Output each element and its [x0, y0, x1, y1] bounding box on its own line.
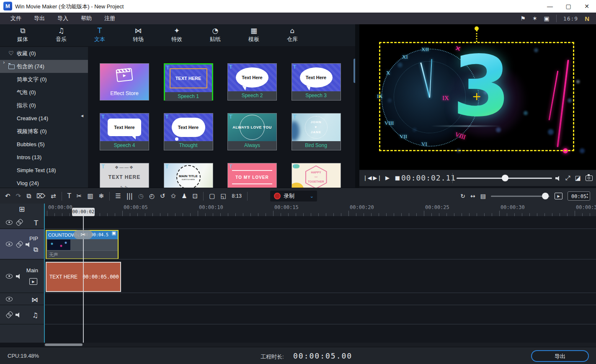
tab-effects[interactable]: ✦特效 — [157, 24, 196, 46]
rotate-handle[interactable] — [475, 26, 479, 31]
freeze-frame-button[interactable]: ❄ — [99, 193, 104, 199]
track-lane-main[interactable] — [45, 260, 596, 293]
tab-music[interactable]: ♫音乐 — [42, 24, 80, 46]
split-button[interactable]: ✂ — [77, 193, 82, 199]
speed-button[interactable]: ◴ — [149, 193, 155, 199]
sidebar-item-9[interactable]: Intros (13) — [0, 151, 88, 164]
motion-track-button[interactable]: ♟ — [181, 193, 187, 199]
eye-toggle-icon[interactable] — [6, 220, 13, 225]
undo-button[interactable]: ↶ — [5, 193, 10, 199]
mute-icon[interactable] — [555, 176, 561, 181]
link-toggle-icon[interactable] — [5, 311, 12, 318]
menu-item-2[interactable]: 导出 — [28, 13, 51, 24]
sidebar-item-3[interactable]: 简单文字 (0) — [0, 73, 88, 86]
tab-text[interactable]: T文本 — [80, 24, 119, 46]
spinner-arrows-icon[interactable]: ▲▼ — [586, 192, 588, 199]
zoom-in-film-icon[interactable] — [555, 193, 562, 199]
aspect-ratio-indicator[interactable]: 16:9 — [563, 15, 578, 22]
sidebar-item-7[interactable]: 视频博客 (0) — [0, 125, 88, 138]
template-card-speech-2[interactable]: Text HereTSpeech 2 — [227, 63, 277, 101]
speaker-toggle-icon[interactable] — [26, 242, 31, 247]
export-button[interactable]: 导出 — [531, 350, 589, 362]
link-toggle-icon[interactable] — [15, 240, 22, 247]
menu-item-4[interactable]: 帮助 — [75, 13, 98, 24]
track-header-pip[interactable]: PIP⧉ — [0, 229, 44, 260]
sidebar-item-4[interactable]: 气泡 (0) — [0, 86, 88, 99]
sidebar-item-11[interactable]: Vlog (24) — [0, 177, 88, 188]
replace-button[interactable]: ⇄ — [51, 193, 56, 199]
sidebar-item-8[interactable]: Bubbles (5) — [0, 138, 88, 151]
template-card-ornate[interactable]: ❖——❖TEXT HERE∿∿T — [100, 163, 149, 188]
sidebar-item-10[interactable]: Simple Text (18) — [0, 164, 88, 177]
preview-viewport[interactable]: XIIXIXIXVIIIVIIVIIXVIII 3 ✕ + — [359, 24, 596, 170]
timeline-zoom-slider[interactable] — [491, 196, 550, 197]
menu-item-3[interactable]: 导入 — [51, 13, 75, 24]
chevron-down-icon[interactable]: ⌄ — [310, 194, 314, 199]
effects-store-icon[interactable]: ✶ — [532, 15, 537, 21]
play-button[interactable]: ▶ — [383, 170, 392, 186]
timeline-ruler[interactable]: 00:00:02 00:00:0000:00:0500:00:1000:00:1… — [44, 204, 596, 217]
eye-toggle-icon[interactable] — [6, 274, 13, 279]
track-lane-audio[interactable] — [45, 305, 596, 325]
reverse-button[interactable]: ↺ — [160, 193, 165, 199]
trim-button[interactable]: ▥ — [87, 193, 93, 199]
duration-spinner[interactable]: 00:05 ▲▼ — [568, 191, 590, 201]
close-button[interactable]: ✕ — [578, 0, 596, 13]
effects-button[interactable]: ✩ — [171, 193, 176, 199]
track-lane-transition[interactable] — [45, 293, 596, 305]
marker-icon[interactable]: ⚑ — [520, 15, 526, 21]
eye-toggle-icon[interactable] — [6, 297, 13, 301]
track-header-main[interactable]: Main — [0, 260, 44, 293]
menu-item-1[interactable]: 文件 — [4, 13, 28, 24]
minimize-button[interactable]: — — [541, 0, 559, 13]
fit-timeline-button[interactable]: ↔ — [470, 193, 475, 199]
fullscreen-icon[interactable]: ⤢ — [565, 175, 570, 181]
template-card-speech-3[interactable]: Text HereTSpeech 3 — [292, 63, 341, 101]
pip-button[interactable]: ◱ — [220, 193, 226, 199]
track-header-transition[interactable]: ⋈ — [0, 293, 44, 305]
prev-frame-button[interactable]: ❘◀ — [363, 170, 372, 186]
template-card-thought[interactable]: Text HereTThought — [164, 113, 213, 150]
manage-tracks-icon[interactable]: ⊞ — [19, 206, 25, 213]
text-tool-button[interactable]: T — [67, 193, 71, 199]
timeline-zoom-knob[interactable] — [542, 193, 549, 199]
next-frame-button[interactable]: ▶❘ — [373, 170, 382, 186]
copy-button[interactable]: ⧉ — [26, 193, 31, 199]
redo-button[interactable]: ↷ — [16, 193, 21, 199]
track-header-text[interactable]: T — [0, 216, 44, 229]
adjust-button[interactable]: ☰ — [115, 193, 121, 199]
template-card-speech-1[interactable]: TEXT HERETSpeech 1 — [164, 63, 213, 101]
tab-media[interactable]: ⧉媒体 — [3, 24, 42, 46]
timeline-hscrollbar[interactable] — [44, 343, 596, 347]
sidebar-item-5[interactable]: 指示 (0) — [0, 99, 88, 112]
track-lane-pip[interactable] — [45, 229, 596, 260]
speaker-toggle-icon[interactable] — [15, 312, 21, 317]
maximize-button[interactable]: ▢ — [559, 0, 578, 13]
playhead-time-bubble[interactable]: 00:00:02 — [72, 208, 95, 216]
duration-button[interactable]: ◷ — [138, 193, 144, 199]
sidebar-collapse-handle[interactable]: ◂ — [81, 113, 83, 118]
record-button[interactable]: 录制 ⌄ — [270, 191, 317, 201]
hscroll-thumb[interactable] — [45, 343, 83, 346]
track-lane-text[interactable] — [45, 216, 596, 229]
seek-knob[interactable] — [502, 175, 508, 181]
track-lanes[interactable]: COUNTDOWN1 00:00:04.5 ▣ 无声 ✂ TEXT HERE 0… — [44, 216, 596, 343]
aspect-badge[interactable]: 8:13 — [232, 193, 242, 199]
template-card-always[interactable]: ALWAYS LOVE YOUTAlways — [227, 113, 277, 150]
tab-transition[interactable]: ⋈转场 — [119, 24, 157, 46]
audio-mixer-button[interactable]: ||| — [126, 193, 133, 199]
link-toggle-icon[interactable] — [15, 219, 22, 225]
render-icon[interactable]: ◪ — [575, 175, 581, 181]
delete-button[interactable]: ⌦ — [36, 193, 45, 199]
split-cursor[interactable]: ✂ — [74, 230, 93, 239]
clip-selection-box[interactable]: + — [379, 42, 574, 151]
eye-toggle-icon[interactable] — [6, 242, 13, 246]
template-card-maintitle[interactable]: MAIN TITLESUBTITLE HERET — [164, 163, 213, 188]
save-icon[interactable]: ▣ — [544, 15, 550, 21]
track-header-audio[interactable]: ♫ — [0, 305, 44, 325]
zoom-out-film-button[interactable]: ▤ — [480, 193, 486, 199]
account-button[interactable]: N — [585, 15, 589, 22]
tab-templates[interactable]: ▦模板 — [235, 24, 273, 46]
template-card-bird-song[interactable]: JOHN♥JANETBird Song — [292, 113, 341, 150]
snapshot-icon[interactable] — [586, 176, 593, 181]
